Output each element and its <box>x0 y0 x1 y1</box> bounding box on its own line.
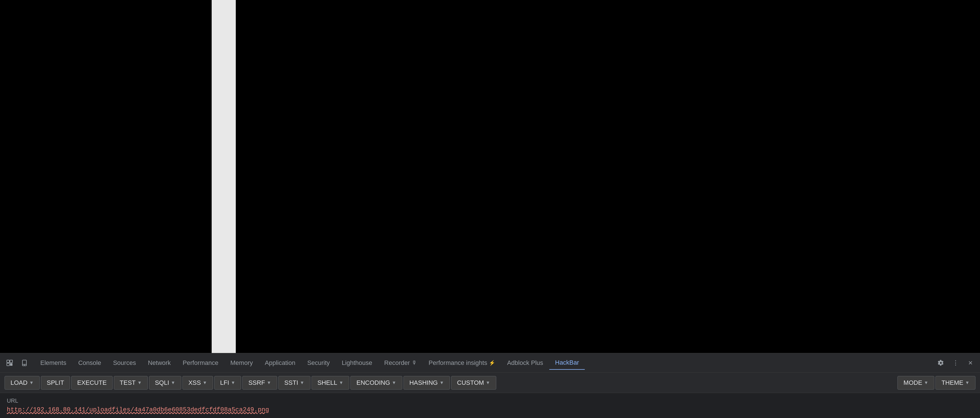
svg-rect-1 <box>10 360 13 363</box>
inspect-icon[interactable] <box>3 356 16 370</box>
shell-dropdown-arrow: ▼ <box>339 380 343 385</box>
tab-performance-insights[interactable]: Performance insights ⚡ <box>423 356 501 370</box>
lfi-button[interactable]: LFI ▼ <box>214 376 242 389</box>
custom-dropdown-arrow: ▼ <box>486 380 490 385</box>
encoding-dropdown-arrow: ▼ <box>392 380 396 385</box>
ssti-button[interactable]: SSTI ▼ <box>278 376 310 389</box>
device-toolbar-icon[interactable] <box>18 356 31 370</box>
more-options-icon[interactable]: ⋮ <box>949 356 963 370</box>
ssrf-dropdown-arrow: ▼ <box>267 380 271 385</box>
devtools-right-icons: ⋮ ✕ <box>934 356 977 370</box>
tab-performance[interactable]: Performance <box>177 356 224 370</box>
ssrf-button[interactable]: SSRF ▼ <box>242 376 277 389</box>
mode-dropdown-arrow: ▼ <box>924 380 928 385</box>
tab-application[interactable]: Application <box>259 356 301 370</box>
svg-rect-2 <box>7 363 10 366</box>
ssti-dropdown-arrow: ▼ <box>300 380 304 385</box>
load-dropdown-arrow: ▼ <box>29 380 34 385</box>
recorder-icon: 🎙 <box>412 360 417 366</box>
svg-rect-3 <box>10 363 13 366</box>
devtools-left-icons <box>3 356 31 370</box>
hashing-button[interactable]: HASHING ▼ <box>404 376 450 389</box>
devtools-tabbar: Elements Console Sources Network Perform… <box>0 353 980 373</box>
close-devtools-icon[interactable]: ✕ <box>964 356 977 370</box>
tab-elements[interactable]: Elements <box>35 356 72 370</box>
hackbar-toolbar: LOAD ▼ SPLIT EXECUTE TEST ▼ SQLI ▼ XSS ▼… <box>0 373 980 393</box>
performance-insights-icon: ⚡ <box>489 360 495 366</box>
shell-button[interactable]: SHELL ▼ <box>312 376 350 389</box>
mode-button[interactable]: MODE ▼ <box>897 376 934 389</box>
tab-network[interactable]: Network <box>142 356 177 370</box>
tab-sources[interactable]: Sources <box>107 356 142 370</box>
test-button[interactable]: TEST ▼ <box>114 376 148 389</box>
sqli-dropdown-arrow: ▼ <box>171 380 175 385</box>
xss-button[interactable]: XSS ▼ <box>183 376 213 389</box>
devtools-panel: Elements Console Sources Network Perform… <box>0 353 980 418</box>
custom-button[interactable]: CUSTOM ▼ <box>451 376 496 389</box>
tab-lighthouse[interactable]: Lighthouse <box>336 356 378 370</box>
svg-rect-0 <box>7 360 10 363</box>
tab-recorder[interactable]: Recorder 🎙 <box>379 356 422 370</box>
tab-memory[interactable]: Memory <box>225 356 258 370</box>
url-text: http://192.168.80.141/uploadfiles/4a47a0… <box>7 406 269 413</box>
lfi-dropdown-arrow: ▼ <box>231 380 235 385</box>
xss-dropdown-arrow: ▼ <box>203 380 207 385</box>
settings-icon[interactable] <box>934 356 948 370</box>
browser-viewport <box>0 0 980 353</box>
encoding-button[interactable]: ENCODING ▼ <box>350 376 402 389</box>
hackbar-url-area: URL http://192.168.80.141/uploadfiles/4a… <box>0 393 980 418</box>
hashing-dropdown-arrow: ▼ <box>439 380 444 385</box>
url-value[interactable]: http://192.168.80.141/uploadfiles/4a47a0… <box>7 406 973 413</box>
test-dropdown-arrow: ▼ <box>137 380 142 385</box>
execute-button[interactable]: EXECUTE <box>71 376 113 389</box>
tab-hackbar[interactable]: HackBar <box>549 356 584 370</box>
load-button[interactable]: LOAD ▼ <box>5 376 40 389</box>
white-rectangle <box>212 0 236 353</box>
url-label: URL <box>7 397 973 404</box>
sqli-button[interactable]: SQLI ▼ <box>149 376 181 389</box>
theme-dropdown-arrow: ▼ <box>965 380 969 385</box>
split-button[interactable]: SPLIT <box>41 376 70 389</box>
tab-security[interactable]: Security <box>302 356 336 370</box>
tab-console[interactable]: Console <box>73 356 107 370</box>
tab-adblock[interactable]: Adblock Plus <box>501 356 549 370</box>
theme-button[interactable]: THEME ▼ <box>935 376 975 389</box>
